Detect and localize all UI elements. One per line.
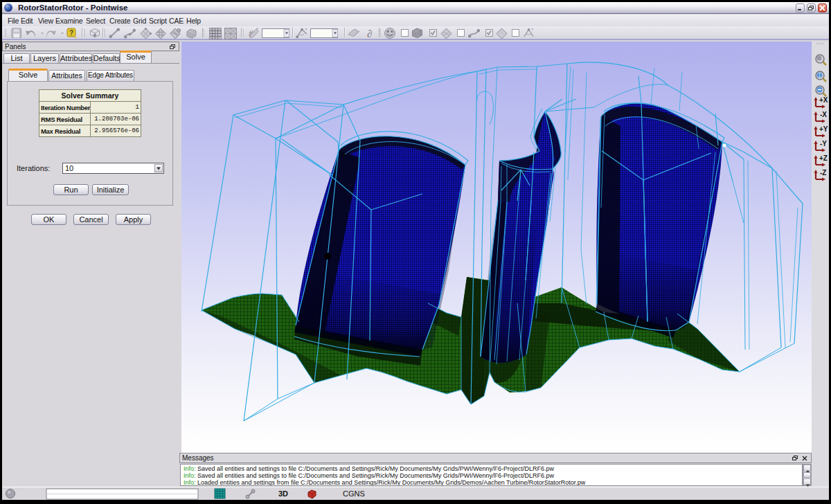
svg-text:-Y: -Y (820, 140, 827, 147)
svg-text:∂: ∂ (367, 28, 372, 39)
svg-text:+X: +X (819, 96, 828, 104)
svg-text:CGNS: CGNS (343, 489, 365, 498)
svg-text:3D: 3D (278, 489, 288, 498)
svg-text:-Z: -Z (820, 169, 826, 177)
svg-text:+Z: +Z (819, 154, 828, 162)
svg-text:?: ? (69, 29, 73, 37)
svg-text:-X: -X (820, 111, 827, 118)
svg-text:+Y: +Y (819, 125, 828, 133)
